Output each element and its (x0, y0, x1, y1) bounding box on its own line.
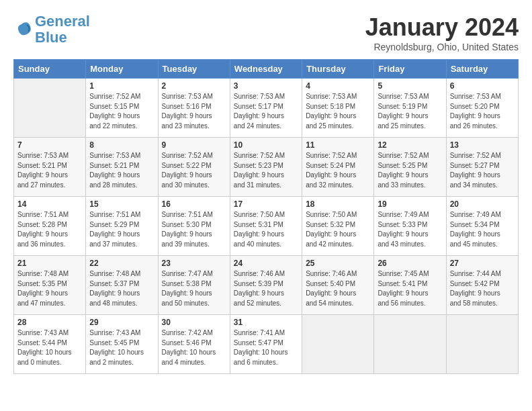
day-info: Sunrise: 7:53 AM Sunset: 5:17 PM Dayligh… (234, 92, 298, 131)
logo-text: General Blue (35, 13, 90, 46)
day-number: 8 (89, 140, 154, 150)
calendar-cell (14, 79, 86, 138)
calendar-cell: 3Sunrise: 7:53 AM Sunset: 5:17 PM Daylig… (230, 79, 302, 138)
day-number: 18 (306, 199, 370, 209)
calendar-cell: 5Sunrise: 7:53 AM Sunset: 5:19 PM Daylig… (374, 79, 446, 138)
calendar-cell: 8Sunrise: 7:53 AM Sunset: 5:21 PM Daylig… (86, 138, 158, 197)
weekday-header-sunday: Sunday (14, 60, 86, 79)
logo-icon (13, 19, 34, 40)
page-header: General Blue January 2024 Reynoldsburg, … (13, 13, 519, 52)
day-number: 6 (450, 81, 515, 91)
calendar-cell: 20Sunrise: 7:49 AM Sunset: 5:34 PM Dayli… (446, 197, 518, 256)
day-info: Sunrise: 7:48 AM Sunset: 5:37 PM Dayligh… (89, 269, 154, 308)
calendar-cell (446, 315, 518, 374)
day-number: 31 (234, 318, 298, 327)
day-number: 1 (89, 81, 154, 91)
day-info: Sunrise: 7:52 AM Sunset: 5:15 PM Dayligh… (89, 92, 154, 131)
weekday-header-tuesday: Tuesday (158, 60, 230, 79)
day-number: 28 (17, 318, 82, 327)
calendar-cell (374, 315, 446, 374)
calendar-cell: 23Sunrise: 7:47 AM Sunset: 5:38 PM Dayli… (158, 256, 230, 315)
weekday-header-thursday: Thursday (302, 60, 374, 79)
day-info: Sunrise: 7:43 AM Sunset: 5:45 PM Dayligh… (89, 328, 154, 367)
calendar-cell: 12Sunrise: 7:52 AM Sunset: 5:25 PM Dayli… (374, 138, 446, 197)
day-number: 11 (306, 140, 370, 150)
title-block: January 2024 Reynoldsburg, Ohio, United … (365, 13, 519, 52)
day-info: Sunrise: 7:46 AM Sunset: 5:40 PM Dayligh… (306, 269, 370, 308)
day-info: Sunrise: 7:52 AM Sunset: 5:24 PM Dayligh… (306, 151, 370, 190)
week-row-5: 28Sunrise: 7:43 AM Sunset: 5:44 PM Dayli… (14, 315, 519, 374)
day-info: Sunrise: 7:53 AM Sunset: 5:19 PM Dayligh… (378, 92, 442, 131)
calendar-cell: 15Sunrise: 7:51 AM Sunset: 5:29 PM Dayli… (86, 197, 158, 256)
day-info: Sunrise: 7:42 AM Sunset: 5:46 PM Dayligh… (162, 328, 226, 367)
day-info: Sunrise: 7:41 AM Sunset: 5:47 PM Dayligh… (234, 328, 298, 367)
week-row-1: 1Sunrise: 7:52 AM Sunset: 5:15 PM Daylig… (14, 79, 519, 138)
week-row-4: 21Sunrise: 7:48 AM Sunset: 5:35 PM Dayli… (14, 256, 519, 315)
day-info: Sunrise: 7:53 AM Sunset: 5:18 PM Dayligh… (306, 92, 370, 131)
day-info: Sunrise: 7:52 AM Sunset: 5:25 PM Dayligh… (378, 151, 442, 190)
calendar-table: SundayMondayTuesdayWednesdayThursdayFrid… (13, 59, 519, 374)
day-number: 25 (306, 259, 370, 268)
day-number: 12 (378, 140, 442, 150)
day-number: 27 (450, 259, 515, 268)
calendar-cell: 13Sunrise: 7:52 AM Sunset: 5:27 PM Dayli… (446, 138, 518, 197)
calendar-cell: 17Sunrise: 7:50 AM Sunset: 5:31 PM Dayli… (230, 197, 302, 256)
weekday-header-saturday: Saturday (446, 60, 518, 79)
calendar-cell: 10Sunrise: 7:52 AM Sunset: 5:23 PM Dayli… (230, 138, 302, 197)
weekday-header-wednesday: Wednesday (230, 60, 302, 79)
day-number: 29 (89, 318, 154, 327)
day-number: 19 (378, 199, 442, 209)
day-number: 23 (162, 259, 226, 268)
day-number: 21 (17, 259, 82, 268)
calendar-cell: 9Sunrise: 7:52 AM Sunset: 5:22 PM Daylig… (158, 138, 230, 197)
day-info: Sunrise: 7:52 AM Sunset: 5:27 PM Dayligh… (450, 151, 515, 190)
day-number: 7 (17, 140, 82, 150)
day-info: Sunrise: 7:53 AM Sunset: 5:16 PM Dayligh… (162, 92, 226, 131)
day-number: 17 (234, 199, 298, 209)
day-info: Sunrise: 7:47 AM Sunset: 5:38 PM Dayligh… (162, 269, 226, 308)
calendar-cell: 16Sunrise: 7:51 AM Sunset: 5:30 PM Dayli… (158, 197, 230, 256)
day-number: 13 (450, 140, 515, 150)
day-info: Sunrise: 7:44 AM Sunset: 5:42 PM Dayligh… (450, 269, 515, 308)
day-info: Sunrise: 7:46 AM Sunset: 5:39 PM Dayligh… (234, 269, 298, 308)
logo-line2: Blue (35, 29, 67, 46)
calendar-cell: 28Sunrise: 7:43 AM Sunset: 5:44 PM Dayli… (14, 315, 86, 374)
logo-line1: General (35, 13, 90, 30)
day-info: Sunrise: 7:53 AM Sunset: 5:20 PM Dayligh… (450, 92, 515, 131)
day-number: 16 (162, 199, 226, 209)
calendar-cell: 27Sunrise: 7:44 AM Sunset: 5:42 PM Dayli… (446, 256, 518, 315)
calendar-cell: 6Sunrise: 7:53 AM Sunset: 5:20 PM Daylig… (446, 79, 518, 138)
day-info: Sunrise: 7:50 AM Sunset: 5:32 PM Dayligh… (306, 210, 370, 249)
day-number: 2 (162, 81, 226, 91)
day-info: Sunrise: 7:45 AM Sunset: 5:41 PM Dayligh… (378, 269, 442, 308)
calendar-cell: 19Sunrise: 7:49 AM Sunset: 5:33 PM Dayli… (374, 197, 446, 256)
day-info: Sunrise: 7:52 AM Sunset: 5:23 PM Dayligh… (234, 151, 298, 190)
day-number: 5 (378, 81, 442, 91)
day-info: Sunrise: 7:48 AM Sunset: 5:35 PM Dayligh… (17, 269, 82, 308)
calendar-cell: 11Sunrise: 7:52 AM Sunset: 5:24 PM Dayli… (302, 138, 374, 197)
day-info: Sunrise: 7:52 AM Sunset: 5:22 PM Dayligh… (162, 151, 226, 190)
calendar-cell: 30Sunrise: 7:42 AM Sunset: 5:46 PM Dayli… (158, 315, 230, 374)
day-number: 4 (306, 81, 370, 91)
weekday-header-friday: Friday (374, 60, 446, 79)
weekday-header-row: SundayMondayTuesdayWednesdayThursdayFrid… (14, 60, 519, 79)
calendar-cell: 29Sunrise: 7:43 AM Sunset: 5:45 PM Dayli… (86, 315, 158, 374)
day-number: 30 (162, 318, 226, 327)
day-info: Sunrise: 7:51 AM Sunset: 5:29 PM Dayligh… (89, 210, 154, 249)
calendar-cell: 2Sunrise: 7:53 AM Sunset: 5:16 PM Daylig… (158, 79, 230, 138)
calendar-cell: 1Sunrise: 7:52 AM Sunset: 5:15 PM Daylig… (86, 79, 158, 138)
location: Reynoldsburg, Ohio, United States (365, 42, 519, 52)
day-number: 22 (89, 259, 154, 268)
day-number: 10 (234, 140, 298, 150)
calendar-cell: 21Sunrise: 7:48 AM Sunset: 5:35 PM Dayli… (14, 256, 86, 315)
week-row-3: 14Sunrise: 7:51 AM Sunset: 5:28 PM Dayli… (14, 197, 519, 256)
calendar-cell (302, 315, 374, 374)
logo: General Blue (13, 13, 90, 46)
day-number: 3 (234, 81, 298, 91)
day-info: Sunrise: 7:49 AM Sunset: 5:33 PM Dayligh… (378, 210, 442, 249)
day-info: Sunrise: 7:53 AM Sunset: 5:21 PM Dayligh… (17, 151, 82, 190)
calendar-cell: 26Sunrise: 7:45 AM Sunset: 5:41 PM Dayli… (374, 256, 446, 315)
day-info: Sunrise: 7:49 AM Sunset: 5:34 PM Dayligh… (450, 210, 515, 249)
weekday-header-monday: Monday (86, 60, 158, 79)
day-info: Sunrise: 7:51 AM Sunset: 5:28 PM Dayligh… (17, 210, 82, 249)
